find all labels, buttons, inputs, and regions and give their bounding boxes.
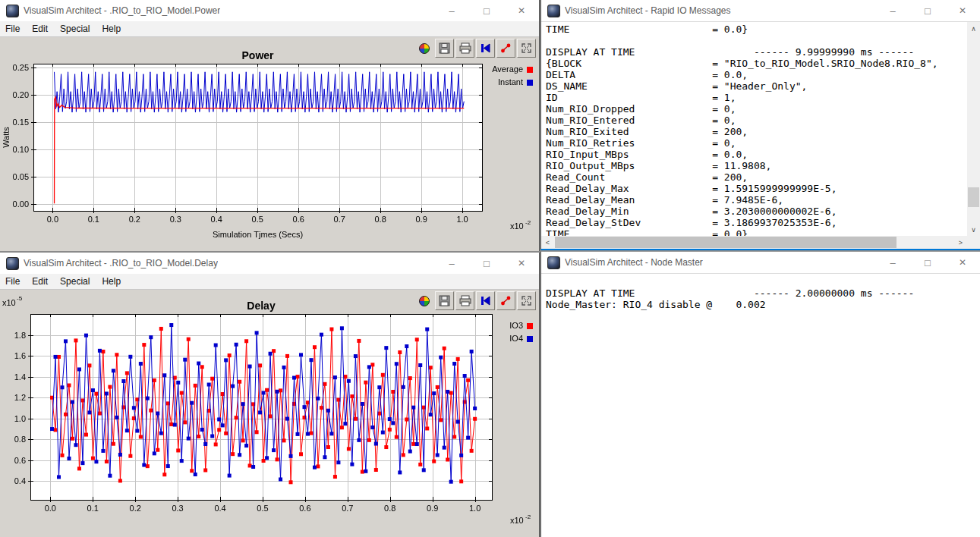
console-text: DISPLAY AT TIME ------ 2.00000000 ms ---…	[541, 274, 980, 310]
window-title: VisualSim Architect - .RIO_to_RIO_Model.…	[24, 5, 220, 16]
maximize-button[interactable]: □	[910, 0, 945, 21]
visualsim-app-icon	[547, 5, 560, 17]
menu-edit[interactable]: Edit	[26, 276, 54, 287]
window-delay: VisualSim Architect - .RIO_to_RIO_Model.…	[0, 253, 540, 537]
titlebar[interactable]: VisualSim Architect - Node Master – □ ✕	[541, 252, 980, 274]
menu-edit[interactable]: Edit	[26, 24, 54, 34]
menu-special[interactable]: Special	[54, 24, 96, 34]
visualsim-app-icon	[547, 256, 560, 269]
titlebar[interactable]: VisualSim Architect - .RIO_to_RIO_Model.…	[0, 0, 539, 21]
maximize-button[interactable]: □	[469, 253, 504, 274]
window-rapid-io-messages: VisualSim Architect - Rapid IO Messages …	[540, 0, 980, 250]
minimize-button[interactable]: –	[434, 253, 469, 274]
plot-toolbar	[414, 291, 536, 310]
print-icon[interactable]	[455, 291, 474, 310]
scrollbar-corner	[967, 236, 980, 249]
menubar: File Edit Special Help	[0, 21, 539, 37]
menu-special[interactable]: Special	[54, 276, 96, 287]
close-button[interactable]: ✕	[945, 0, 980, 21]
maximize-button[interactable]: □	[910, 252, 945, 273]
save-icon[interactable]	[435, 291, 454, 310]
zoom-region-icon[interactable]	[496, 291, 515, 310]
scroll-up-icon[interactable]: ∧	[967, 22, 980, 35]
scroll-thumb[interactable]	[968, 187, 979, 207]
menu-help[interactable]: Help	[96, 276, 127, 287]
maximize-view-icon[interactable]	[517, 39, 536, 58]
vertical-scrollbar[interactable]: ∧ ∨	[967, 22, 980, 236]
close-button[interactable]: ✕	[504, 0, 539, 21]
save-icon[interactable]	[435, 39, 454, 58]
plot-toolbar	[414, 39, 536, 58]
scroll-left-icon[interactable]: <	[541, 236, 554, 249]
window-power: VisualSim Architect - .RIO_to_RIO_Model.…	[0, 0, 540, 251]
menu-file[interactable]: File	[0, 24, 26, 34]
console-text: TIME = 0.0} DISPLAY AT TIME ------ 9.999…	[541, 22, 980, 240]
close-button[interactable]: ✕	[945, 252, 980, 273]
scroll-down-icon[interactable]: ∨	[967, 223, 980, 236]
node-master-console: DISPLAY AT TIME ------ 2.00000000 ms ---…	[541, 274, 980, 537]
scroll-right-icon[interactable]: >	[954, 236, 967, 249]
palette-icon[interactable]	[414, 291, 433, 310]
maximize-button[interactable]: □	[469, 0, 504, 21]
menubar: File Edit Special Help	[0, 274, 539, 290]
scroll-thumb[interactable]	[555, 237, 896, 248]
minimize-button[interactable]: –	[875, 0, 910, 21]
minimize-button[interactable]: –	[875, 252, 910, 273]
titlebar[interactable]: VisualSim Architect - Rapid IO Messages …	[541, 0, 980, 22]
window-title: VisualSim Architect - Node Master	[565, 257, 703, 268]
zoom-region-icon[interactable]	[496, 39, 515, 58]
palette-icon[interactable]	[414, 39, 433, 58]
maximize-view-icon[interactable]	[517, 291, 536, 310]
window-title: VisualSim Architect - Rapid IO Messages	[565, 5, 731, 16]
titlebar[interactable]: VisualSim Architect - .RIO_to_RIO_Model.…	[0, 253, 539, 274]
zoom-fit-icon[interactable]	[476, 39, 495, 58]
horizontal-scrollbar[interactable]: < >	[541, 236, 967, 249]
menu-help[interactable]: Help	[96, 24, 127, 34]
minimize-button[interactable]: –	[434, 0, 469, 21]
window-node-master: VisualSim Architect - Node Master – □ ✕ …	[540, 251, 980, 537]
visualsim-app-icon	[6, 5, 19, 17]
visualsim-app-icon	[6, 257, 19, 270]
power-chart-canvas[interactable]	[0, 37, 539, 251]
print-icon[interactable]	[455, 39, 474, 58]
delay-chart-canvas[interactable]	[0, 290, 539, 537]
delay-plot-area	[0, 290, 539, 537]
power-plot-area	[0, 37, 539, 251]
rapid-io-console: TIME = 0.0} DISPLAY AT TIME ------ 9.999…	[541, 22, 980, 249]
zoom-fit-icon[interactable]	[476, 291, 495, 310]
window-title: VisualSim Architect - .RIO_to_RIO_Model.…	[24, 258, 218, 268]
close-button[interactable]: ✕	[504, 253, 539, 274]
menu-file[interactable]: File	[0, 276, 26, 287]
